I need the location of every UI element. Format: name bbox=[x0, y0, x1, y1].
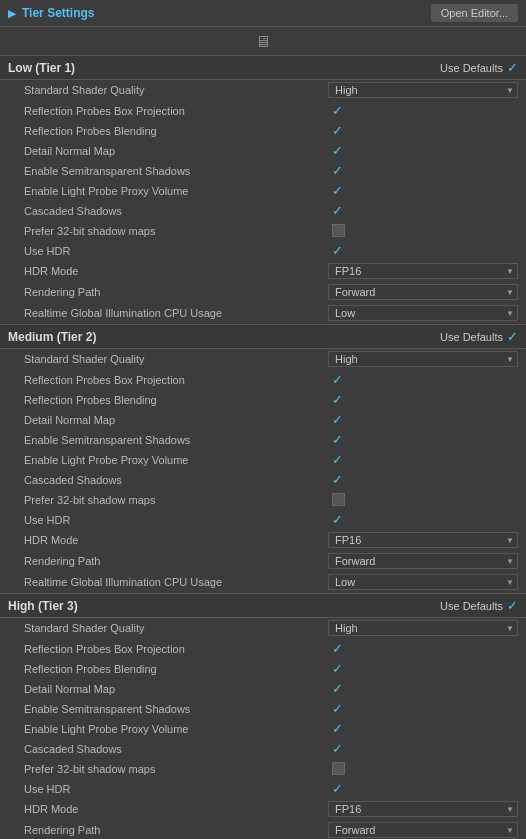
row-value-tier2-4: ✓ bbox=[323, 432, 518, 447]
checkbox-area-tier1-2: ✓ bbox=[328, 123, 518, 138]
dropdown-tier2-11[interactable]: LowMediumHighUnlimited bbox=[328, 574, 518, 590]
use-defaults-check-tier2[interactable]: ✓ bbox=[507, 329, 518, 344]
row-value-tier3-4: ✓ bbox=[323, 701, 518, 716]
checkbox-area-tier2-8: ✓ bbox=[328, 512, 518, 527]
row-label-tier2-6: Cascaded Shadows bbox=[24, 474, 323, 486]
dropdown-tier1-0[interactable]: HighLowMedium bbox=[328, 82, 518, 98]
dropdown-wrap-tier1-11: LowMediumHighUnlimited bbox=[328, 305, 518, 321]
checkbox-tier1-7[interactable] bbox=[332, 224, 345, 237]
row-label-tier2-1: Reflection Probes Box Projection bbox=[24, 374, 323, 386]
row-value-tier3-0: HighLowMedium bbox=[323, 620, 518, 636]
row-label-tier2-8: Use HDR bbox=[24, 514, 323, 526]
checkbox-tier2-4[interactable]: ✓ bbox=[332, 432, 343, 447]
checkbox-tier2-6[interactable]: ✓ bbox=[332, 472, 343, 487]
row-value-tier2-9: FP16R11G11B10 bbox=[323, 532, 518, 548]
row-label-tier2-3: Detail Normal Map bbox=[24, 414, 323, 426]
checkbox-area-tier3-3: ✓ bbox=[328, 681, 518, 696]
checkbox-area-tier1-8: ✓ bbox=[328, 243, 518, 258]
row-tier1-6: Cascaded Shadows✓ bbox=[0, 201, 526, 221]
checkbox-area-tier3-2: ✓ bbox=[328, 661, 518, 676]
row-tier2-5: Enable Light Probe Proxy Volume✓ bbox=[0, 450, 526, 470]
checkbox-area-tier1-4: ✓ bbox=[328, 163, 518, 178]
checkbox-tier1-5[interactable]: ✓ bbox=[332, 183, 343, 198]
checkbox-tier1-1[interactable]: ✓ bbox=[332, 103, 343, 118]
row-label-tier1-2: Reflection Probes Blending bbox=[24, 125, 323, 137]
checkbox-tier3-6[interactable]: ✓ bbox=[332, 741, 343, 756]
checkbox-tier1-2[interactable]: ✓ bbox=[332, 123, 343, 138]
use-defaults-check-tier1[interactable]: ✓ bbox=[507, 60, 518, 75]
row-label-tier1-7: Prefer 32-bit shadow maps bbox=[24, 225, 323, 237]
row-label-tier3-2: Reflection Probes Blending bbox=[24, 663, 323, 675]
checkbox-tier3-4[interactable]: ✓ bbox=[332, 701, 343, 716]
row-value-tier2-6: ✓ bbox=[323, 472, 518, 487]
checkbox-area-tier2-4: ✓ bbox=[328, 432, 518, 447]
row-tier1-9: HDR ModeFP16R11G11B10 bbox=[0, 261, 526, 282]
row-tier1-10: Rendering PathForwardDeferred bbox=[0, 282, 526, 303]
checkbox-tier3-1[interactable]: ✓ bbox=[332, 641, 343, 656]
row-tier3-8: Use HDR✓ bbox=[0, 779, 526, 799]
open-editor-button[interactable]: Open Editor... bbox=[431, 4, 518, 22]
checkbox-area-tier1-1: ✓ bbox=[328, 103, 518, 118]
dropdown-wrap-tier1-10: ForwardDeferred bbox=[328, 284, 518, 300]
dropdown-tier3-10[interactable]: ForwardDeferred bbox=[328, 822, 518, 838]
checkbox-tier1-6[interactable]: ✓ bbox=[332, 203, 343, 218]
checkbox-area-tier2-1: ✓ bbox=[328, 372, 518, 387]
row-tier3-6: Cascaded Shadows✓ bbox=[0, 739, 526, 759]
row-label-tier1-0: Standard Shader Quality bbox=[24, 84, 323, 96]
checkbox-tier3-7[interactable] bbox=[332, 762, 345, 775]
row-value-tier1-2: ✓ bbox=[323, 123, 518, 138]
checkbox-tier1-4[interactable]: ✓ bbox=[332, 163, 343, 178]
use-defaults-label-tier3: Use Defaults bbox=[440, 600, 503, 612]
tier-section-tier3: High (Tier 3)Use Defaults✓Standard Shade… bbox=[0, 593, 526, 839]
row-label-tier2-4: Enable Semitransparent Shadows bbox=[24, 434, 323, 446]
checkbox-tier2-1[interactable]: ✓ bbox=[332, 372, 343, 387]
dropdown-tier2-0[interactable]: HighLowMedium bbox=[328, 351, 518, 367]
row-label-tier2-9: HDR Mode bbox=[24, 534, 323, 546]
row-value-tier1-10: ForwardDeferred bbox=[323, 284, 518, 300]
row-tier3-10: Rendering PathForwardDeferred bbox=[0, 820, 526, 839]
checkbox-tier2-8[interactable]: ✓ bbox=[332, 512, 343, 527]
row-value-tier1-7 bbox=[323, 224, 518, 237]
checkbox-tier1-8[interactable]: ✓ bbox=[332, 243, 343, 258]
checkbox-tier3-3[interactable]: ✓ bbox=[332, 681, 343, 696]
row-tier3-9: HDR ModeFP16R11G11B10 bbox=[0, 799, 526, 820]
row-value-tier1-1: ✓ bbox=[323, 103, 518, 118]
row-tier2-10: Rendering PathForwardDeferred bbox=[0, 551, 526, 572]
checkbox-tier2-3[interactable]: ✓ bbox=[332, 412, 343, 427]
row-label-tier1-8: Use HDR bbox=[24, 245, 323, 257]
row-value-tier2-2: ✓ bbox=[323, 392, 518, 407]
checkbox-tier3-5[interactable]: ✓ bbox=[332, 721, 343, 736]
dropdown-tier1-10[interactable]: ForwardDeferred bbox=[328, 284, 518, 300]
row-value-tier3-9: FP16R11G11B10 bbox=[323, 801, 518, 817]
row-tier3-5: Enable Light Probe Proxy Volume✓ bbox=[0, 719, 526, 739]
row-value-tier3-5: ✓ bbox=[323, 721, 518, 736]
checkbox-tier3-2[interactable]: ✓ bbox=[332, 661, 343, 676]
row-label-tier3-5: Enable Light Probe Proxy Volume bbox=[24, 723, 323, 735]
checkbox-tier3-8[interactable]: ✓ bbox=[332, 781, 343, 796]
row-value-tier1-11: LowMediumHighUnlimited bbox=[323, 305, 518, 321]
row-value-tier3-3: ✓ bbox=[323, 681, 518, 696]
row-tier1-8: Use HDR✓ bbox=[0, 241, 526, 261]
row-label-tier3-1: Reflection Probes Box Projection bbox=[24, 643, 323, 655]
dropdown-tier1-9[interactable]: FP16R11G11B10 bbox=[328, 263, 518, 279]
row-label-tier3-6: Cascaded Shadows bbox=[24, 743, 323, 755]
dropdown-tier2-10[interactable]: ForwardDeferred bbox=[328, 553, 518, 569]
row-tier3-1: Reflection Probes Box Projection✓ bbox=[0, 639, 526, 659]
checkbox-area-tier3-7 bbox=[328, 762, 518, 775]
dropdown-tier3-0[interactable]: HighLowMedium bbox=[328, 620, 518, 636]
row-value-tier2-3: ✓ bbox=[323, 412, 518, 427]
checkbox-tier1-3[interactable]: ✓ bbox=[332, 143, 343, 158]
row-tier1-11: Realtime Global Illumination CPU UsageLo… bbox=[0, 303, 526, 324]
row-tier1-7: Prefer 32-bit shadow maps bbox=[0, 221, 526, 241]
checkbox-tier2-7[interactable] bbox=[332, 493, 345, 506]
checkbox-area-tier2-5: ✓ bbox=[328, 452, 518, 467]
dropdown-tier3-9[interactable]: FP16R11G11B10 bbox=[328, 801, 518, 817]
row-tier1-5: Enable Light Probe Proxy Volume✓ bbox=[0, 181, 526, 201]
checkbox-tier2-2[interactable]: ✓ bbox=[332, 392, 343, 407]
checkbox-tier2-5[interactable]: ✓ bbox=[332, 452, 343, 467]
dropdown-tier2-9[interactable]: FP16R11G11B10 bbox=[328, 532, 518, 548]
row-label-tier1-1: Reflection Probes Box Projection bbox=[24, 105, 323, 117]
use-defaults-check-tier3[interactable]: ✓ bbox=[507, 598, 518, 613]
dropdown-tier1-11[interactable]: LowMediumHighUnlimited bbox=[328, 305, 518, 321]
row-value-tier2-8: ✓ bbox=[323, 512, 518, 527]
